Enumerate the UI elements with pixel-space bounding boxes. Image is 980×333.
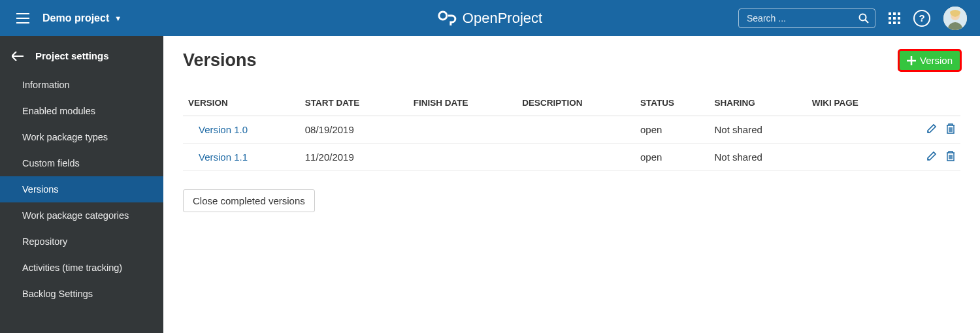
page-title: Versions <box>183 50 257 71</box>
sidebar-title: Project settings <box>35 50 109 61</box>
sidebar-item-backlog-settings[interactable]: Backlog Settings <box>0 281 163 307</box>
version-link[interactable]: Version 1.0 <box>188 124 248 135</box>
svg-rect-2 <box>889 12 891 15</box>
cell-description <box>517 144 635 171</box>
search-icon[interactable] <box>858 13 869 24</box>
sidebar-item-enabled-modules[interactable]: Enabled modules <box>0 98 163 124</box>
svg-rect-5 <box>889 17 891 20</box>
svg-rect-3 <box>893 12 896 15</box>
svg-point-0 <box>439 12 447 20</box>
column-header[interactable]: DESCRIPTION <box>517 90 635 116</box>
svg-rect-10 <box>898 22 900 24</box>
cell-sharing: Not shared <box>710 144 807 171</box>
sidebar-item-custom-fields[interactable]: Custom fields <box>0 150 163 176</box>
sidebar-item-versions[interactable]: Versions <box>0 176 163 202</box>
add-version-label: Version <box>920 55 953 66</box>
svg-rect-9 <box>893 22 896 24</box>
sidebar-item-information[interactable]: Information <box>0 72 163 98</box>
plus-icon <box>907 56 916 65</box>
user-avatar[interactable] <box>943 7 967 30</box>
brand-name: OpenProject <box>463 10 542 27</box>
search-input[interactable] <box>738 8 875 28</box>
project-selector[interactable]: Demo project <box>42 12 109 24</box>
search-box <box>738 8 875 28</box>
column-header-actions <box>902 90 960 116</box>
help-icon[interactable]: ? <box>913 10 930 27</box>
table-row: Version 1.008/19/2019openNot shared <box>183 116 960 144</box>
brand-logo[interactable]: OpenProject <box>438 10 542 27</box>
cell-status: open <box>635 144 710 171</box>
svg-point-1 <box>860 14 866 20</box>
sidebar-item-activities-time-tracking-[interactable]: Activities (time tracking) <box>0 255 163 281</box>
cell-wiki-page <box>807 116 902 144</box>
top-navigation: Demo project ▼ OpenProject ? <box>0 0 980 36</box>
column-header[interactable]: SHARING <box>710 90 807 116</box>
svg-rect-7 <box>898 17 900 20</box>
chevron-down-icon[interactable]: ▼ <box>114 14 122 22</box>
table-row: Version 1.111/20/2019openNot shared <box>183 144 960 171</box>
apps-grid-icon[interactable] <box>889 12 900 24</box>
svg-rect-8 <box>889 22 891 24</box>
sidebar-header[interactable]: Project settings <box>0 42 163 72</box>
edit-icon[interactable] <box>926 123 937 134</box>
cell-description <box>517 116 635 144</box>
delete-icon[interactable] <box>946 151 955 161</box>
cell-sharing: Not shared <box>710 116 807 144</box>
column-header[interactable]: WIKI PAGE <box>807 90 902 116</box>
version-link[interactable]: Version 1.1 <box>188 151 248 163</box>
column-header[interactable]: START DATE <box>300 90 408 116</box>
main-content: Versions Version VERSIONSTART DATEFINISH… <box>163 36 980 333</box>
edit-icon[interactable] <box>926 151 937 161</box>
sidebar: Project settings InformationEnabled modu… <box>0 36 163 333</box>
cell-wiki-page <box>807 144 902 171</box>
openproject-logo-icon <box>438 10 457 27</box>
hamburger-menu-icon[interactable] <box>13 10 33 27</box>
cell-status: open <box>635 116 710 144</box>
cell-finish-date <box>408 116 517 144</box>
add-version-button[interactable]: Version <box>899 50 960 71</box>
sidebar-item-repository[interactable]: Repository <box>0 229 163 255</box>
back-arrow-icon[interactable] <box>12 52 24 61</box>
delete-icon[interactable] <box>946 123 955 134</box>
cell-start-date: 11/20/2019 <box>300 144 408 171</box>
sidebar-item-work-package-categories[interactable]: Work package categories <box>0 202 163 229</box>
svg-rect-6 <box>893 17 896 20</box>
cell-finish-date <box>408 144 517 171</box>
versions-table: VERSIONSTART DATEFINISH DATEDESCRIPTIONS… <box>183 90 960 171</box>
cell-start-date: 08/19/2019 <box>300 116 408 144</box>
column-header[interactable]: VERSION <box>183 90 300 116</box>
svg-rect-4 <box>898 12 900 15</box>
sidebar-item-work-package-types[interactable]: Work package types <box>0 124 163 150</box>
column-header[interactable]: STATUS <box>635 90 710 116</box>
column-header[interactable]: FINISH DATE <box>408 90 517 116</box>
close-completed-versions-button[interactable]: Close completed versions <box>183 189 315 212</box>
